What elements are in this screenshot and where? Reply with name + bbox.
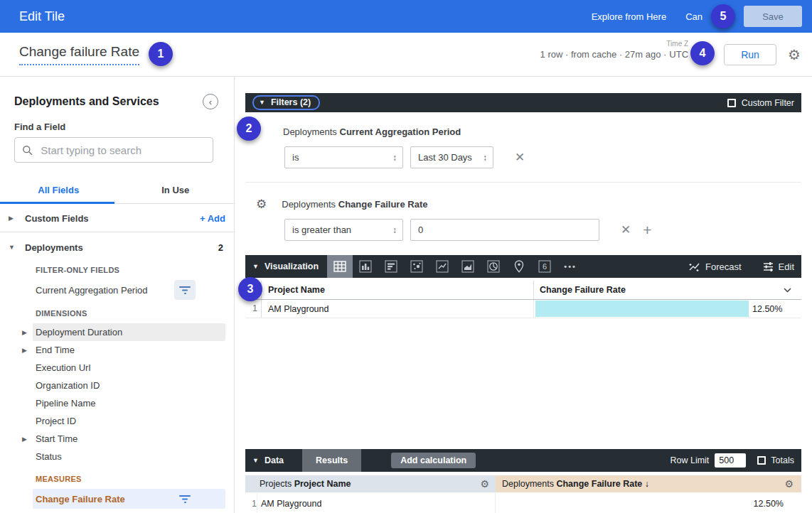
forecast-button[interactable]: Forecast <box>688 261 742 272</box>
viz-type-map-icon[interactable] <box>506 255 532 278</box>
tab-all-fields[interactable]: All Fields <box>0 177 117 203</box>
active-tab-underline <box>0 202 114 204</box>
data-col-change-failure-rate[interactable]: Deployments Change Failure Rate ↓ ⚙ <box>496 475 801 492</box>
viz-type-scatter-icon[interactable] <box>404 255 429 278</box>
chevron-right-icon[interactable]: ▶ <box>22 329 31 336</box>
viz-type-table-icon[interactable] <box>327 255 353 278</box>
filter-field-label: Deployments Current Aggregation Period <box>283 126 801 138</box>
remove-filter-icon[interactable]: ✕ <box>621 224 631 236</box>
field-failed-deployments[interactable]: Failed Deployments <box>33 509 225 513</box>
add-calculation-button[interactable]: Add calculation <box>391 453 476 468</box>
fields-in-use-count: 2 <box>218 242 223 253</box>
unfold-icon: ↕ <box>387 225 397 235</box>
column-menu-chevron-icon[interactable] <box>784 288 791 293</box>
filter-active-icon[interactable] <box>174 280 196 300</box>
field-current-aggregation-period[interactable]: Current Aggregation Period <box>33 280 225 300</box>
column-gear-icon[interactable]: ⚙ <box>784 479 794 489</box>
field-search-box[interactable] <box>14 137 213 163</box>
field-organization-id[interactable]: Organization ID <box>33 377 225 394</box>
search-input[interactable] <box>41 144 205 156</box>
explore-main-panel: ▼ Filters (2) Custom Filter Deployments … <box>235 77 812 513</box>
chevron-right-icon[interactable]: ▶ <box>22 347 31 354</box>
filter-operator-select[interactable]: is greater than↕ <box>284 219 403 241</box>
find-a-field-label: Find a Field <box>0 109 234 137</box>
filter-value-input[interactable] <box>410 219 599 241</box>
data-col-project-name[interactable]: Projects Project Name ⚙ <box>245 475 496 492</box>
data-table-row[interactable]: 1 AM Playground 12.50% <box>245 492 801 513</box>
query-status-area: 1 row · from cache · 27m ago · Time Z UT… <box>540 44 801 65</box>
viz-col-change-failure-rate[interactable]: Change Failure Rate <box>533 281 801 299</box>
field-execution-url[interactable]: Execution Url <box>33 359 225 377</box>
filter-row-controls: is↕ Last 30 Days↕ ✕ <box>284 146 801 168</box>
column-gear-icon[interactable]: ⚙ <box>480 479 489 489</box>
data-section-toggle[interactable]: ▼ Data <box>252 455 284 465</box>
field-start-time[interactable]: ▶ Start Time <box>33 430 225 448</box>
field-change-failure-rate[interactable]: Change Failure Rate <box>33 489 225 509</box>
explore-from-here-link[interactable]: Explore from Here <box>592 11 666 22</box>
viz-table-row[interactable]: 1 AM Playground 12.50% <box>245 300 801 318</box>
chevron-right-icon[interactable]: ▶ <box>22 436 31 443</box>
value-bar <box>535 301 749 317</box>
filter-active-icon[interactable] <box>179 495 191 503</box>
page-title: Edit Tile <box>19 9 65 24</box>
tab-results[interactable]: Results <box>302 449 361 472</box>
viz-type-bar-chart-icon[interactable] <box>378 255 404 278</box>
timezone-label: Time Z <box>666 40 688 48</box>
viz-type-line-chart-icon[interactable] <box>429 255 455 278</box>
viz-table-header: Project Name Change Failure Rate <box>245 281 801 300</box>
field-status[interactable]: Status <box>33 448 225 465</box>
query-settings-gear-icon[interactable]: ⚙ <box>788 48 801 62</box>
remove-filter-icon[interactable]: ✕ <box>515 151 525 163</box>
sort-desc-icon: ↓ <box>645 479 649 489</box>
tile-title-editable[interactable]: Change failure Rate <box>19 44 139 65</box>
viz-empty-area <box>245 318 801 449</box>
viz-type-column-chart-icon[interactable] <box>353 255 378 278</box>
filter-operator-select[interactable]: is↕ <box>284 146 403 168</box>
project-name-cell: AM Playground <box>262 300 533 318</box>
dimensions-header: DIMENSIONS <box>36 309 225 320</box>
chevron-right-icon[interactable]: ▶ <box>9 215 18 222</box>
field-end-time[interactable]: ▶ End Time <box>33 341 225 359</box>
custom-filter-checkbox[interactable] <box>727 99 736 107</box>
field-picker-sidebar: Deployments and Services ‹ Find a Field … <box>0 77 235 513</box>
filter-settings-gear-icon[interactable]: ⚙ <box>256 198 267 210</box>
visualization-section-bar: ▼ Visualization <box>245 255 801 278</box>
viz-type-pie-chart-icon[interactable] <box>481 255 506 278</box>
save-button[interactable]: Save <box>744 6 802 27</box>
totals-checkbox[interactable] <box>757 456 766 465</box>
data-table-header: Projects Project Name ⚙ Deployments Chan… <box>245 475 801 492</box>
add-filter-icon[interactable]: + <box>643 222 651 237</box>
project-name-cell: AM Playground <box>261 499 321 509</box>
data-section-bar: ▼ Data Results Add calculation Row Limit… <box>245 449 801 472</box>
row-limit-input[interactable] <box>715 453 746 468</box>
edit-viz-button[interactable]: Edit <box>763 261 794 272</box>
filter-value-select[interactable]: Last 30 Days↕ <box>410 146 493 168</box>
row-number: 1 <box>245 492 257 513</box>
chevron-down-icon: ▼ <box>259 99 265 106</box>
viz-col-project-name[interactable]: Project Name <box>262 281 533 299</box>
field-project-id[interactable]: Project ID <box>33 412 225 430</box>
field-pipeline-name[interactable]: Pipeline Name <box>33 394 225 412</box>
visualization-section-toggle[interactable]: ▼ Visualization <box>252 261 319 271</box>
chevron-down-icon[interactable]: ▼ <box>9 244 18 251</box>
field-deployment-duration[interactable]: ▶ Deployment Duration <box>33 323 225 341</box>
viz-type-single-value-icon[interactable]: 6 <box>532 255 557 278</box>
change-failure-rate-cell: 12.50% <box>533 300 801 318</box>
value-label: 12.50% <box>752 304 782 314</box>
callout-badge-1: 1 <box>149 42 173 66</box>
cancel-link[interactable]: Can <box>685 11 703 22</box>
viz-type-more-icon[interactable]: ••• <box>557 255 583 278</box>
collapse-sidebar-icon[interactable]: ‹ <box>203 94 218 109</box>
tab-in-use[interactable]: In Use <box>117 177 235 203</box>
filters-section-bar: ▼ Filters (2) Custom Filter <box>245 93 801 112</box>
sidebar-item-custom-fields[interactable]: ▶ Custom Fields + Add <box>9 209 225 227</box>
viz-type-area-chart-icon[interactable] <box>455 255 481 278</box>
data-results-table: Projects Project Name ⚙ Deployments Chan… <box>245 475 801 513</box>
chevron-down-icon: ▼ <box>252 263 259 270</box>
run-button[interactable]: Run <box>724 44 776 65</box>
callout-badge-4: 4 <box>690 41 715 65</box>
sidebar-item-deployments[interactable]: ▼ Deployments 2 <box>9 238 225 256</box>
change-failure-rate-cell: 12.50% <box>496 499 801 509</box>
filters-section-toggle[interactable]: ▼ Filters (2) <box>252 95 320 110</box>
add-custom-field-button[interactable]: + Add <box>200 213 225 224</box>
